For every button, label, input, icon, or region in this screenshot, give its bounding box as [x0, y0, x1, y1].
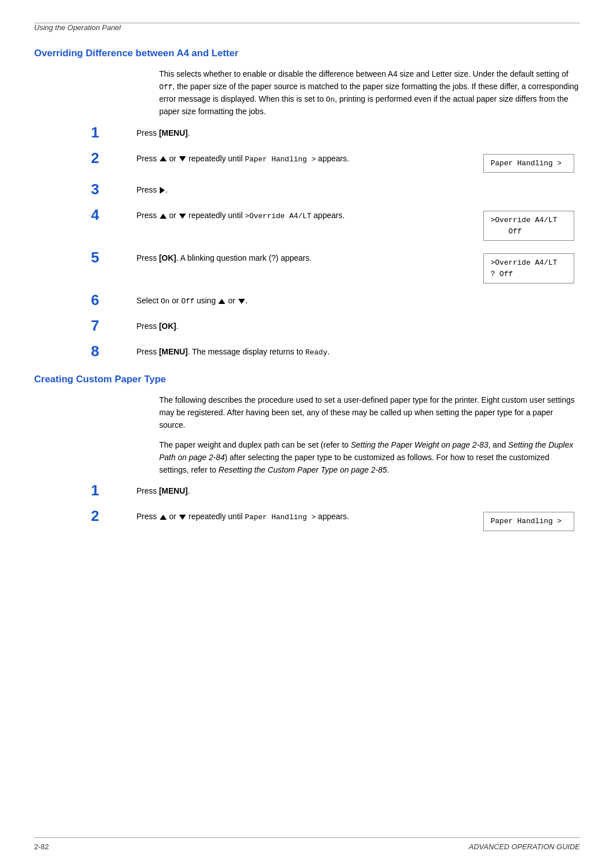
- step-text-7: Press [OK].: [136, 319, 580, 333]
- step-number-3: 3: [91, 181, 136, 198]
- step-text-1: Press [MENU].: [136, 126, 580, 140]
- step-text-6: Select On or Off using or .: [136, 294, 580, 307]
- ref1-italic: Setting the Paper Weight on page 2-83: [351, 440, 488, 449]
- lcd-display-2: Paper Handling >: [483, 154, 574, 173]
- step-number-7: 7: [91, 317, 136, 335]
- step-number-1: 1: [91, 124, 136, 141]
- footer-page-number: 2-82: [34, 842, 49, 851]
- triangle-down-icon-6: [238, 299, 245, 304]
- step-number-5: 5: [91, 249, 136, 266]
- section1-title: Overriding Difference between A4 and Let…: [34, 48, 580, 59]
- step-number-6: 6: [91, 291, 136, 309]
- step-text-3: Press .: [136, 183, 580, 197]
- step-number-s2-2: 2: [91, 507, 136, 525]
- footer-guide-title: ADVANCED OPERATION GUIDE: [468, 842, 580, 851]
- step2-left: 2 Press or repeatedly until Paper Handli…: [91, 152, 466, 167]
- section1-step1: 1 Press [MENU].: [91, 126, 580, 141]
- triangle-down-icon: [179, 156, 186, 161]
- triangle-up-icon-s2-2: [160, 515, 167, 520]
- step5-left: 5 Press [OK]. A blinking question mark (…: [91, 251, 466, 266]
- step-number-2: 2: [91, 149, 136, 167]
- step4-right: >Override A4/LT Off: [466, 208, 580, 241]
- section1-step5: 5 Press [OK]. A blinking question mark (…: [91, 251, 580, 283]
- triangle-up-icon-6: [218, 299, 225, 304]
- section2-intro1-text: The following describes the procedure us…: [159, 395, 575, 429]
- step-s2-2-right: Paper Handling >: [466, 510, 580, 531]
- section2-intro1: The following describes the procedure us…: [159, 394, 580, 431]
- section1-step3: 3 Press .: [91, 183, 580, 198]
- triangle-down-icon-s2-2: [179, 515, 186, 520]
- step-text-2: Press or repeatedly until Paper Handling…: [136, 152, 466, 165]
- triangle-up-icon-4: [160, 214, 167, 219]
- triangle-up-icon: [160, 156, 167, 161]
- step-text-s2-1: Press [MENU].: [136, 484, 580, 498]
- triangle-down-icon-4: [179, 214, 186, 219]
- section1-step7: 7 Press [OK].: [91, 319, 580, 335]
- section1-step8: 8 Press [MENU]. The message display retu…: [91, 345, 580, 360]
- triangle-right-icon: [160, 187, 165, 194]
- section1-step4: 4 Press or repeatedly until >Override A4…: [91, 208, 580, 241]
- section2-step1: 1 Press [MENU].: [91, 484, 580, 499]
- step4-left: 4 Press or repeatedly until >Override A4…: [91, 208, 466, 224]
- lcd-display-4: >Override A4/LT Off: [483, 211, 574, 241]
- section2-intro2-text: The paper weight and duplex path can be …: [159, 440, 573, 474]
- step-number-4: 4: [91, 206, 136, 224]
- lcd-display-5: >Override A4/LT ? Off: [483, 253, 574, 283]
- step-number-s2-1: 1: [91, 482, 136, 499]
- header-section: Using the Operation Panel: [34, 23, 580, 37]
- step-text-s2-2: Press or repeatedly until Paper Handling…: [136, 510, 466, 523]
- step-text-5: Press [OK]. A blinking question mark (?)…: [136, 251, 466, 265]
- step2-right: Paper Handling >: [466, 152, 580, 173]
- section2-step2: 2 Press or repeatedly until Paper Handli…: [91, 510, 580, 531]
- section1-intro-text: This selects whether to enable or disabl…: [159, 69, 579, 116]
- section2-title: Creating Custom Paper Type: [34, 374, 580, 385]
- footer: 2-82 ADVANCED OPERATION GUIDE: [34, 837, 580, 851]
- step-number-8: 8: [91, 343, 136, 360]
- step-s2-2-left: 2 Press or repeatedly until Paper Handli…: [91, 510, 466, 525]
- section2-intro2: The paper weight and duplex path can be …: [159, 439, 580, 476]
- section1-step6: 6 Select On or Off using or .: [91, 294, 580, 309]
- step5-right: >Override A4/LT ? Off: [466, 251, 580, 283]
- page: Using the Operation Panel Overriding Dif…: [0, 0, 614, 868]
- step-text-8: Press [MENU]. The message display return…: [136, 345, 580, 358]
- breadcrumb: Using the Operation Panel: [34, 23, 580, 32]
- section1-intro: This selects whether to enable or disabl…: [159, 68, 580, 118]
- lcd-display-s2-2: Paper Handling >: [483, 512, 574, 531]
- section1-step2: 2 Press or repeatedly until Paper Handli…: [91, 152, 580, 173]
- step-text-4: Press or repeatedly until >Override A4/L…: [136, 208, 466, 222]
- ref3-italic: Resetting the Custom Paper Type on page …: [218, 465, 387, 474]
